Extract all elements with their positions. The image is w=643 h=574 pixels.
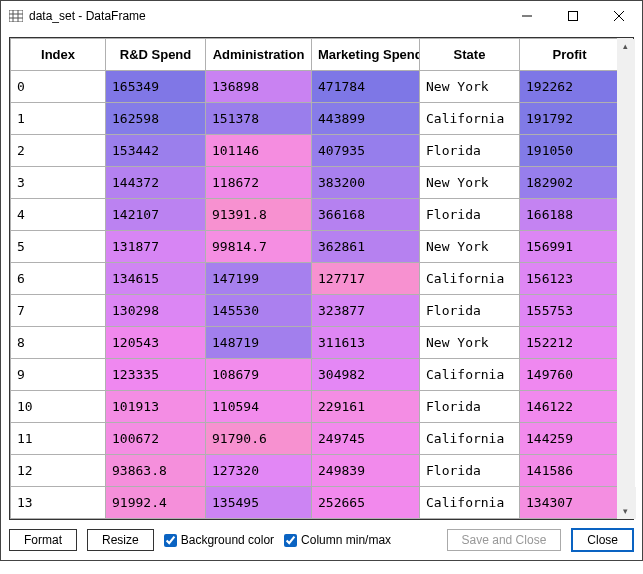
cell-index[interactable]: 13 bbox=[11, 487, 106, 519]
cell-state[interactable]: Florida bbox=[420, 199, 520, 231]
cell-state[interactable]: Florida bbox=[420, 135, 520, 167]
cell-state[interactable]: California bbox=[420, 103, 520, 135]
cell-mkt[interactable]: 229161 bbox=[312, 391, 420, 423]
cell-profit[interactable]: 155753 bbox=[520, 295, 620, 327]
cell-rd[interactable]: 162598 bbox=[106, 103, 206, 135]
resize-button[interactable]: Resize bbox=[87, 529, 154, 551]
bgcolor-checkbox[interactable]: Background color bbox=[164, 533, 274, 547]
close-button[interactable] bbox=[596, 1, 642, 31]
cell-profit[interactable]: 149760 bbox=[520, 359, 620, 391]
cell-admin[interactable]: 127320 bbox=[206, 455, 312, 487]
cell-mkt[interactable]: 443899 bbox=[312, 103, 420, 135]
scroll-up-icon[interactable]: ▴ bbox=[617, 38, 633, 54]
cell-rd[interactable]: 134615 bbox=[106, 263, 206, 295]
cell-state[interactable]: New York bbox=[420, 231, 520, 263]
table-row[interactable]: 3144372118672383200New York182902 bbox=[11, 167, 636, 199]
cell-index[interactable]: 5 bbox=[11, 231, 106, 263]
table-row[interactable]: 1110067291790.6249745California144259 bbox=[11, 423, 636, 455]
cell-index[interactable]: 7 bbox=[11, 295, 106, 327]
cell-mkt[interactable]: 249839 bbox=[312, 455, 420, 487]
save-close-button[interactable]: Save and Close bbox=[447, 529, 562, 551]
table-row[interactable]: 7130298145530323877Florida155753 bbox=[11, 295, 636, 327]
minimize-button[interactable] bbox=[504, 1, 550, 31]
cell-index[interactable]: 1 bbox=[11, 103, 106, 135]
col-profit[interactable]: Profit bbox=[520, 39, 620, 71]
cell-index[interactable]: 9 bbox=[11, 359, 106, 391]
maximize-button[interactable] bbox=[550, 1, 596, 31]
cell-rd[interactable]: 131877 bbox=[106, 231, 206, 263]
cell-index[interactable]: 10 bbox=[11, 391, 106, 423]
cell-mkt[interactable]: 471784 bbox=[312, 71, 420, 103]
cell-mkt[interactable]: 407935 bbox=[312, 135, 420, 167]
cell-state[interactable]: California bbox=[420, 263, 520, 295]
cell-state[interactable]: New York bbox=[420, 167, 520, 199]
cell-index[interactable]: 12 bbox=[11, 455, 106, 487]
table-row[interactable]: 1391992.4135495252665California134307 bbox=[11, 487, 636, 519]
cell-mkt[interactable]: 323877 bbox=[312, 295, 420, 327]
cell-profit[interactable]: 191050 bbox=[520, 135, 620, 167]
cell-rd[interactable]: 165349 bbox=[106, 71, 206, 103]
col-rd[interactable]: R&D Spend bbox=[106, 39, 206, 71]
cell-admin[interactable]: 147199 bbox=[206, 263, 312, 295]
cell-index[interactable]: 3 bbox=[11, 167, 106, 199]
cell-state[interactable]: California bbox=[420, 359, 520, 391]
format-button[interactable]: Format bbox=[9, 529, 77, 551]
cell-rd[interactable]: 130298 bbox=[106, 295, 206, 327]
cell-admin[interactable]: 99814.7 bbox=[206, 231, 312, 263]
table-row[interactable]: 414210791391.8366168Florida166188 bbox=[11, 199, 636, 231]
cell-mkt[interactable]: 304982 bbox=[312, 359, 420, 391]
cell-rd[interactable]: 101913 bbox=[106, 391, 206, 423]
cell-state[interactable]: California bbox=[420, 487, 520, 519]
cell-profit[interactable]: 141586 bbox=[520, 455, 620, 487]
table-row[interactable]: 8120543148719311613New York152212 bbox=[11, 327, 636, 359]
cell-rd[interactable]: 120543 bbox=[106, 327, 206, 359]
cell-admin[interactable]: 108679 bbox=[206, 359, 312, 391]
cell-profit[interactable]: 146122 bbox=[520, 391, 620, 423]
table-row[interactable]: 513187799814.7362861New York156991 bbox=[11, 231, 636, 263]
cell-index[interactable]: 2 bbox=[11, 135, 106, 167]
cell-index[interactable]: 11 bbox=[11, 423, 106, 455]
cell-mkt[interactable]: 252665 bbox=[312, 487, 420, 519]
cell-index[interactable]: 6 bbox=[11, 263, 106, 295]
cell-state[interactable]: Florida bbox=[420, 391, 520, 423]
cell-admin[interactable]: 136898 bbox=[206, 71, 312, 103]
cell-profit[interactable]: 166188 bbox=[520, 199, 620, 231]
table-row[interactable]: 1293863.8127320249839Florida141586 bbox=[11, 455, 636, 487]
cell-mkt[interactable]: 366168 bbox=[312, 199, 420, 231]
table-row[interactable]: 1162598151378443899California191792 bbox=[11, 103, 636, 135]
col-state[interactable]: State bbox=[420, 39, 520, 71]
cell-rd[interactable]: 123335 bbox=[106, 359, 206, 391]
cell-state[interactable]: Florida bbox=[420, 295, 520, 327]
cell-admin[interactable]: 110594 bbox=[206, 391, 312, 423]
col-index[interactable]: Index bbox=[11, 39, 106, 71]
cell-rd[interactable]: 144372 bbox=[106, 167, 206, 199]
col-mkt[interactable]: Marketing Spend bbox=[312, 39, 420, 71]
cell-mkt[interactable]: 311613 bbox=[312, 327, 420, 359]
cell-index[interactable]: 4 bbox=[11, 199, 106, 231]
cell-index[interactable]: 8 bbox=[11, 327, 106, 359]
cell-admin[interactable]: 91391.8 bbox=[206, 199, 312, 231]
cell-admin[interactable]: 101146 bbox=[206, 135, 312, 167]
cell-mkt[interactable]: 383200 bbox=[312, 167, 420, 199]
cell-rd[interactable]: 100672 bbox=[106, 423, 206, 455]
cell-rd[interactable]: 153442 bbox=[106, 135, 206, 167]
data-grid[interactable]: Index R&D Spend Administration Marketing… bbox=[10, 38, 636, 519]
cell-mkt[interactable]: 249745 bbox=[312, 423, 420, 455]
cell-index[interactable]: 0 bbox=[11, 71, 106, 103]
cell-rd[interactable]: 142107 bbox=[106, 199, 206, 231]
col-admin[interactable]: Administration bbox=[206, 39, 312, 71]
table-row[interactable]: 9123335108679304982California149760 bbox=[11, 359, 636, 391]
cell-profit[interactable]: 156123 bbox=[520, 263, 620, 295]
close-dialog-button[interactable]: Close bbox=[571, 528, 634, 552]
table-row[interactable]: 10101913110594229161Florida146122 bbox=[11, 391, 636, 423]
cell-admin[interactable]: 148719 bbox=[206, 327, 312, 359]
cell-profit[interactable]: 144259 bbox=[520, 423, 620, 455]
cell-profit[interactable]: 134307 bbox=[520, 487, 620, 519]
cell-mkt[interactable]: 362861 bbox=[312, 231, 420, 263]
minmax-checkbox-input[interactable] bbox=[284, 534, 297, 547]
cell-admin[interactable]: 151378 bbox=[206, 103, 312, 135]
cell-profit[interactable]: 192262 bbox=[520, 71, 620, 103]
cell-rd[interactable]: 91992.4 bbox=[106, 487, 206, 519]
cell-admin[interactable]: 118672 bbox=[206, 167, 312, 199]
cell-state[interactable]: Florida bbox=[420, 455, 520, 487]
